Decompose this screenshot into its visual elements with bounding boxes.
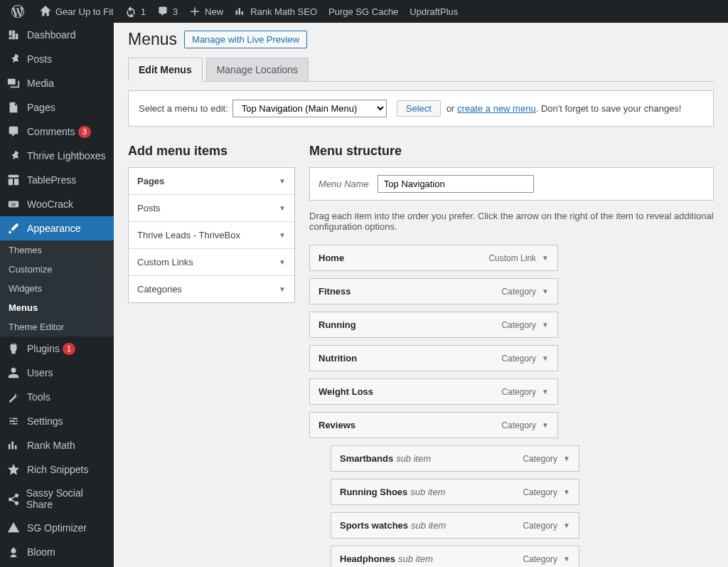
sidebar-item-bloom[interactable]: Bloom [0, 540, 114, 564]
sidebar-item-label: Appearance [27, 223, 81, 234]
add-items-heading: Add menu items [128, 144, 295, 159]
accordion-label: Custom Links [137, 257, 193, 267]
menu-item-title: Home [318, 253, 344, 263]
sidebar-item-comments[interactable]: Comments3 [0, 120, 114, 144]
drag-instruction: Drag each item into the order you prefer… [309, 211, 714, 232]
settings-icon [7, 415, 21, 428]
sidebar-item-tablepress[interactable]: TablePress [0, 168, 114, 192]
sidebar-item-label: Plugins [27, 343, 60, 354]
comments-count: 3 [173, 6, 178, 17]
rankmath-link[interactable]: Rank Math SEO [229, 0, 323, 23]
sub-item-tag: sub item [396, 453, 431, 464]
submenu-item-theme-editor[interactable]: Theme Editor [0, 317, 114, 337]
sidebar-item-label: SG Optimizer [27, 522, 87, 534]
sidebar-item-smush-pro[interactable]: Smush Pro [0, 564, 114, 567]
caret-icon[interactable]: ▼ [542, 254, 549, 262]
accordion-panel-categories[interactable]: Categories▼ [129, 276, 294, 302]
sidebar-item-rich-snippets[interactable]: Rich Snippets [0, 457, 114, 482]
menu-item[interactable]: Weight LossCategory▼ [309, 378, 558, 405]
badge: 3 [78, 126, 91, 138]
sidebar-item-tools[interactable]: Tools [0, 385, 114, 409]
sidebar-item-appearance[interactable]: Appearance [0, 216, 114, 240]
sidebar-item-thrive-lightboxes[interactable]: Thrive Lightboxes [0, 144, 114, 168]
caret-icon[interactable]: ▼ [542, 354, 549, 362]
dashboard-icon [7, 28, 21, 41]
caret-icon[interactable]: ▼ [542, 421, 549, 429]
site-name-link[interactable]: Gear Up to Fit [34, 0, 119, 23]
updraftplus-link[interactable]: UpdraftPlus [404, 0, 464, 23]
sidebar-item-label: Dashboard [27, 29, 76, 41]
sidebar-item-media[interactable]: Media [0, 71, 114, 95]
menu-item-title: Fitness [318, 286, 351, 297]
caret-icon[interactable]: ▼ [563, 455, 570, 462]
caret-icon[interactable]: ▼ [542, 287, 549, 295]
sidebar-item-woocrack[interactable]: WWooCrack [0, 192, 114, 216]
accordion-panel-posts[interactable]: Posts▼ [129, 195, 294, 222]
sidebar-item-posts[interactable]: Posts [0, 47, 114, 71]
wp-logo[interactable] [6, 0, 34, 23]
menu-item[interactable]: ReviewsCategory▼ [309, 412, 558, 438]
menu-item[interactable]: Running Shoessub itemCategory▼ [331, 479, 579, 505]
caret-icon[interactable]: ▼ [563, 521, 570, 529]
caret-icon[interactable]: ▼ [542, 388, 549, 396]
accordion-panel-custom-links[interactable]: Custom Links▼ [129, 249, 294, 276]
media-icon [7, 77, 21, 90]
menu-item[interactable]: RunningCategory▼ [309, 312, 558, 338]
sidebar-item-sg-optimizer[interactable]: SG Optimizer [0, 516, 114, 540]
menu-item[interactable]: HomeCustom Link▼ [309, 245, 558, 271]
bloom-icon [7, 546, 21, 558]
tab-manage-locations[interactable]: Manage Locations [206, 58, 309, 82]
menu-select[interactable]: Top Navigation (Main Menu) [232, 100, 387, 117]
purge-cache-link[interactable]: Purge SG Cache [323, 0, 404, 23]
menu-item-type: Category▼ [523, 487, 570, 497]
menu-item[interactable]: NutritionCategory▼ [309, 345, 558, 371]
sidebar-item-plugins[interactable]: Plugins1 [0, 337, 114, 361]
caret-icon[interactable]: ▼ [542, 321, 549, 329]
sidebar-item-users[interactable]: Users [0, 361, 114, 385]
submenu-item-widgets[interactable]: Widgets [0, 279, 114, 298]
menu-item-type: Category▼ [501, 387, 549, 397]
sub-item-tag: sub item [410, 487, 445, 497]
menu-item-type: Category▼ [523, 454, 570, 464]
sidebar-item-settings[interactable]: Settings [0, 409, 114, 433]
submenu-item-customize[interactable]: Customize [0, 260, 114, 279]
sidebar-item-rank-math[interactable]: Rank Math [0, 433, 114, 457]
menu-item-type: Category▼ [501, 287, 549, 297]
menu-item[interactable]: Smartbandssub itemCategory▼ [331, 445, 579, 472]
menu-item[interactable]: Headphonessub itemCategory▼ [331, 546, 579, 567]
create-menu-link[interactable]: create a new menu [457, 103, 536, 114]
accordion-panel-thrive-leads-thrivebox[interactable]: Thrive Leads - ThriveBox▼ [129, 222, 294, 249]
structure-heading: Menu structure [309, 144, 714, 159]
update-icon [125, 6, 136, 17]
user-icon [7, 366, 21, 379]
comment-icon [7, 125, 21, 138]
select-button[interactable]: Select [397, 100, 441, 117]
live-preview-button[interactable]: Manage with Live Preview [184, 31, 307, 48]
page-title: Menus [128, 30, 177, 49]
updates-link[interactable]: 1 [119, 0, 151, 23]
caret-icon[interactable]: ▼ [563, 488, 570, 496]
sidebar-item-pages[interactable]: Pages [0, 95, 114, 120]
comments-link[interactable]: 3 [151, 0, 183, 23]
menu-item-type: Category▼ [501, 320, 549, 330]
comment-icon [157, 6, 168, 17]
menu-name-input[interactable] [378, 175, 534, 193]
menu-item[interactable]: Sports watchessub itemCategory▼ [331, 512, 579, 539]
sidebar-item-sassy-social-share[interactable]: Sassy Social Share [0, 482, 114, 516]
tab-edit-menus[interactable]: Edit Menus [128, 58, 203, 82]
menu-item[interactable]: FitnessCategory▼ [309, 278, 558, 304]
page-icon [7, 101, 21, 114]
sidebar-item-label: Users [27, 367, 53, 378]
submenu-item-themes[interactable]: Themes [0, 240, 114, 260]
sg-icon [7, 521, 21, 534]
accordion-panel-pages[interactable]: Pages▼ [129, 168, 294, 195]
menu-item-title: Smartbandssub item [340, 453, 431, 464]
admin-sidebar: DashboardPostsMediaPagesComments3Thrive … [0, 23, 114, 567]
submenu-item-menus[interactable]: Menus [0, 298, 114, 317]
pin-icon [7, 53, 21, 65]
sidebar-item-dashboard[interactable]: Dashboard [0, 23, 114, 47]
new-content-link[interactable]: New [183, 0, 229, 23]
caret-icon[interactable]: ▼ [563, 555, 570, 563]
caret-icon: ▼ [279, 285, 286, 293]
caret-icon: ▼ [279, 177, 286, 185]
